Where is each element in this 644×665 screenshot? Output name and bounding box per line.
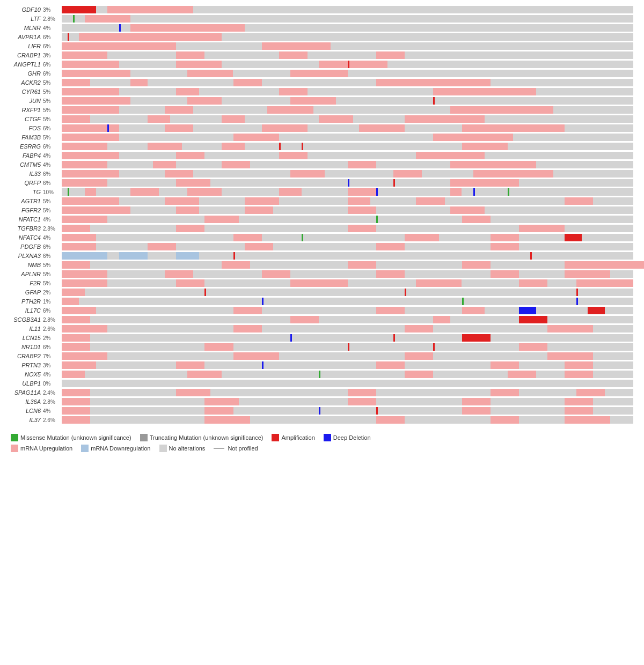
track-segment (491, 389, 519, 396)
track-segment (348, 398, 376, 405)
track-segment (204, 216, 239, 223)
pct-label: 10% (43, 189, 62, 195)
legend-not-profiled: Not profiled (214, 445, 258, 452)
gene-row: PDGFB6% (5, 242, 633, 251)
gene-label: PTH2R (5, 298, 43, 305)
track-segment (547, 352, 593, 360)
gene-label: NOX5 (5, 371, 43, 378)
gene-tracks: GDF103%LTF2.8%MLNR4%AVPR1A6%LIFR6%CRABP1… (5, 5, 633, 424)
gene-label: LIFR (5, 43, 43, 49)
track-segment (279, 88, 308, 95)
track-segment (107, 124, 109, 132)
track-segment (176, 206, 199, 214)
gene-label: CYR61 (5, 88, 43, 95)
pct-label: 5% (43, 116, 62, 122)
pct-label: 5% (43, 271, 62, 277)
missense-icon (11, 434, 18, 441)
gene-row: IL112.6% (5, 324, 633, 333)
track-segment (405, 352, 433, 360)
gene-label: IL33 (5, 171, 43, 177)
track-segment (576, 289, 578, 296)
gene-row: CRABP27% (5, 352, 633, 360)
track-segment (565, 270, 610, 278)
track-segment (262, 42, 331, 50)
gene-label: F2R (5, 280, 43, 286)
gene-row: F2R5% (5, 279, 633, 287)
gene-row: GDF103% (5, 5, 633, 14)
track-segment (62, 161, 107, 168)
gene-track (62, 115, 633, 123)
track-segment (348, 225, 376, 232)
track-segment (62, 51, 107, 59)
track-segment (348, 197, 371, 205)
track-segment (462, 298, 464, 305)
gene-label: ACKR2 (5, 79, 43, 86)
track-segment (462, 124, 565, 132)
gene-row: CMTM54% (5, 160, 633, 169)
track-segment (302, 234, 303, 241)
track-segment (279, 188, 302, 196)
mrna-up-label: mRNA Upregulation (20, 445, 72, 452)
track-segment (62, 6, 96, 13)
gene-track (62, 234, 633, 241)
track-segment (233, 234, 262, 241)
track-segment (62, 343, 90, 351)
track-segment (462, 398, 491, 405)
track-segment (62, 42, 176, 50)
gene-track (62, 289, 633, 296)
track-segment (302, 143, 303, 150)
gene-label: JUN (5, 98, 43, 104)
gene-track (62, 407, 633, 415)
track-segment (405, 234, 439, 241)
mrna-down-icon (81, 445, 89, 452)
legend-missense: Missense Mutation (unknown significance) (11, 434, 131, 441)
track-segment (433, 88, 536, 95)
pct-label: 7% (43, 353, 62, 359)
pct-label: 2.8% (43, 317, 62, 323)
track-segment (433, 316, 450, 323)
gene-row: IL36A2.8% (5, 397, 633, 406)
gene-track (62, 279, 633, 287)
track-segment (62, 134, 119, 141)
pct-label: 4% (43, 25, 62, 31)
track-segment (62, 371, 85, 378)
gene-label: GFAP (5, 289, 43, 295)
track-segment (62, 389, 90, 396)
gene-row: SPAG11A2.4% (5, 388, 633, 397)
gene-label: NR1D1 (5, 344, 43, 350)
gene-label: TGFBR3 (5, 225, 43, 232)
track-segment (508, 371, 536, 378)
pct-label: 6% (43, 344, 62, 350)
track-segment (62, 170, 119, 178)
track-segment (165, 270, 193, 278)
deep-deletion-label: Deep Deletion (333, 434, 371, 441)
gene-row: LCN64% (5, 407, 633, 415)
track-segment (62, 361, 96, 369)
track-segment (348, 261, 376, 269)
track-segment (348, 179, 349, 187)
track-segment (62, 115, 90, 123)
gene-track (62, 143, 633, 150)
track-segment (519, 279, 547, 287)
track-segment (165, 170, 193, 178)
gene-track (62, 15, 633, 23)
track-segment (376, 407, 378, 415)
track-segment (119, 24, 121, 32)
track-segment (148, 115, 171, 123)
track-segment (62, 279, 107, 287)
track-segment (148, 243, 176, 250)
track-segment (187, 371, 222, 378)
track-segment (565, 407, 593, 415)
gene-track (62, 270, 633, 278)
gene-row: LTF2.8% (5, 14, 633, 23)
legend-row-1: Missense Mutation (unknown significance)… (11, 434, 633, 441)
track-segment (376, 307, 405, 314)
gene-row: LIFR6% (5, 42, 633, 50)
gene-label: IL37 (5, 417, 43, 423)
gene-row: NMB5% (5, 261, 633, 269)
gene-track (62, 170, 633, 178)
track-segment (348, 161, 376, 168)
track-segment (519, 307, 536, 314)
track-segment (130, 79, 148, 86)
track-segment (290, 97, 336, 105)
